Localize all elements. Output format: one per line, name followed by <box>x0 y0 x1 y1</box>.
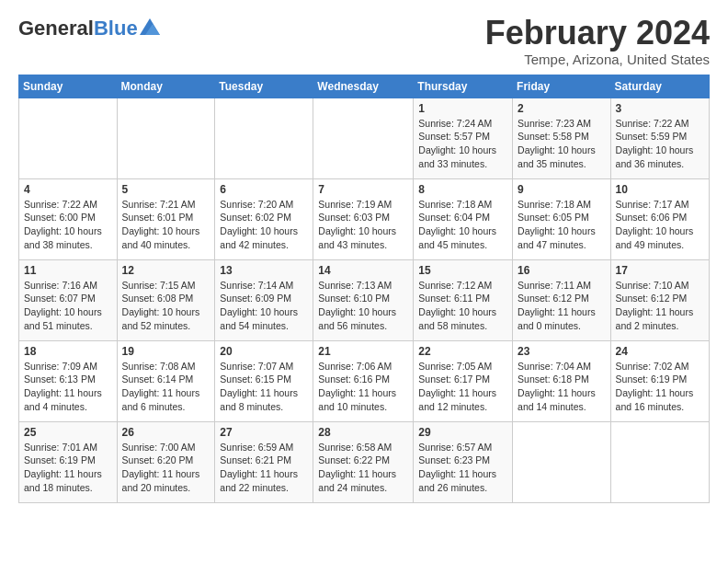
month-title: February 2024 <box>485 15 710 52</box>
header-day-tuesday: Tuesday <box>215 75 313 98</box>
calendar-week-row: 1Sunrise: 7:24 AM Sunset: 5:57 PM Daylig… <box>19 98 710 178</box>
header: GeneralBlue February 2024 Tempe, Arizona… <box>18 15 710 67</box>
logo-text: GeneralBlue <box>18 18 138 39</box>
calendar-cell: 22Sunrise: 7:05 AM Sunset: 6:17 PM Dayli… <box>414 340 513 421</box>
day-info: Sunrise: 7:05 AM Sunset: 6:17 PM Dayligh… <box>418 360 507 414</box>
day-number: 27 <box>220 426 308 439</box>
day-info: Sunrise: 6:59 AM Sunset: 6:21 PM Dayligh… <box>220 441 308 495</box>
day-number: 12 <box>122 264 210 277</box>
day-info: Sunrise: 7:09 AM Sunset: 6:13 PM Dayligh… <box>24 360 112 414</box>
day-info: Sunrise: 6:58 AM Sunset: 6:22 PM Dayligh… <box>318 441 408 495</box>
day-info: Sunrise: 7:08 AM Sunset: 6:14 PM Dayligh… <box>122 360 210 414</box>
header-day-sunday: Sunday <box>19 75 118 98</box>
calendar-cell: 17Sunrise: 7:10 AM Sunset: 6:12 PM Dayli… <box>610 259 709 340</box>
day-number: 18 <box>24 345 112 358</box>
calendar-table: SundayMondayTuesdayWednesdayThursdayFrid… <box>18 75 710 503</box>
day-info: Sunrise: 7:12 AM Sunset: 6:11 PM Dayligh… <box>418 279 507 333</box>
day-number: 16 <box>518 264 606 277</box>
day-number: 21 <box>318 345 408 358</box>
calendar-cell: 23Sunrise: 7:04 AM Sunset: 6:18 PM Dayli… <box>513 340 611 421</box>
day-info: Sunrise: 7:00 AM Sunset: 6:20 PM Dayligh… <box>122 441 210 495</box>
calendar-week-row: 11Sunrise: 7:16 AM Sunset: 6:07 PM Dayli… <box>19 259 710 340</box>
day-info: Sunrise: 7:04 AM Sunset: 6:18 PM Dayligh… <box>518 360 606 414</box>
calendar-cell: 19Sunrise: 7:08 AM Sunset: 6:14 PM Dayli… <box>117 340 215 421</box>
header-day-monday: Monday <box>117 75 215 98</box>
day-info: Sunrise: 7:06 AM Sunset: 6:16 PM Dayligh… <box>318 360 408 414</box>
calendar-cell: 13Sunrise: 7:14 AM Sunset: 6:09 PM Dayli… <box>215 259 313 340</box>
day-number: 4 <box>24 183 112 196</box>
calendar-cell: 16Sunrise: 7:11 AM Sunset: 6:12 PM Dayli… <box>513 259 611 340</box>
calendar-cell: 26Sunrise: 7:00 AM Sunset: 6:20 PM Dayli… <box>117 421 215 502</box>
calendar-week-row: 25Sunrise: 7:01 AM Sunset: 6:19 PM Dayli… <box>19 421 710 502</box>
calendar-cell: 8Sunrise: 7:18 AM Sunset: 6:04 PM Daylig… <box>414 178 513 259</box>
calendar-cell <box>19 98 118 178</box>
calendar-cell: 5Sunrise: 7:21 AM Sunset: 6:01 PM Daylig… <box>117 178 215 259</box>
calendar-cell: 2Sunrise: 7:23 AM Sunset: 5:58 PM Daylig… <box>513 98 611 178</box>
day-number: 1 <box>418 102 507 115</box>
day-info: Sunrise: 7:22 AM Sunset: 5:59 PM Dayligh… <box>616 117 704 171</box>
logo: GeneralBlue <box>18 18 160 39</box>
logo-icon <box>140 18 160 35</box>
calendar-cell <box>610 421 709 502</box>
day-number: 8 <box>418 183 507 196</box>
calendar-cell: 21Sunrise: 7:06 AM Sunset: 6:16 PM Dayli… <box>313 340 414 421</box>
day-number: 28 <box>318 426 408 439</box>
calendar-cell: 11Sunrise: 7:16 AM Sunset: 6:07 PM Dayli… <box>19 259 118 340</box>
day-info: Sunrise: 7:15 AM Sunset: 6:08 PM Dayligh… <box>122 279 210 333</box>
day-number: 29 <box>418 426 507 439</box>
day-info: Sunrise: 7:18 AM Sunset: 6:04 PM Dayligh… <box>418 198 507 252</box>
day-number: 9 <box>518 183 606 196</box>
calendar-cell: 28Sunrise: 6:58 AM Sunset: 6:22 PM Dayli… <box>313 421 414 502</box>
day-info: Sunrise: 7:21 AM Sunset: 6:01 PM Dayligh… <box>122 198 210 252</box>
day-number: 13 <box>220 264 308 277</box>
calendar-cell: 9Sunrise: 7:18 AM Sunset: 6:05 PM Daylig… <box>513 178 611 259</box>
header-day-friday: Friday <box>513 75 611 98</box>
calendar-cell <box>313 98 414 178</box>
day-info: Sunrise: 7:24 AM Sunset: 5:57 PM Dayligh… <box>418 117 507 171</box>
day-number: 22 <box>418 345 507 358</box>
day-info: Sunrise: 7:18 AM Sunset: 6:05 PM Dayligh… <box>518 198 606 252</box>
calendar-cell: 12Sunrise: 7:15 AM Sunset: 6:08 PM Dayli… <box>117 259 215 340</box>
day-info: Sunrise: 7:11 AM Sunset: 6:12 PM Dayligh… <box>518 279 606 333</box>
calendar-cell <box>215 98 313 178</box>
day-info: Sunrise: 7:22 AM Sunset: 6:00 PM Dayligh… <box>24 198 112 252</box>
day-number: 17 <box>616 264 704 277</box>
location-title: Tempe, Arizona, United States <box>485 52 710 67</box>
calendar-cell: 4Sunrise: 7:22 AM Sunset: 6:00 PM Daylig… <box>19 178 118 259</box>
day-number: 14 <box>318 264 408 277</box>
title-area: February 2024 Tempe, Arizona, United Sta… <box>485 15 710 67</box>
day-info: Sunrise: 7:17 AM Sunset: 6:06 PM Dayligh… <box>616 198 704 252</box>
calendar-cell: 6Sunrise: 7:20 AM Sunset: 6:02 PM Daylig… <box>215 178 313 259</box>
day-number: 15 <box>418 264 507 277</box>
calendar-cell: 20Sunrise: 7:07 AM Sunset: 6:15 PM Dayli… <box>215 340 313 421</box>
day-info: Sunrise: 6:57 AM Sunset: 6:23 PM Dayligh… <box>418 441 507 495</box>
logo-general: General <box>18 17 94 40</box>
calendar-cell: 3Sunrise: 7:22 AM Sunset: 5:59 PM Daylig… <box>610 98 709 178</box>
calendar-header-row: SundayMondayTuesdayWednesdayThursdayFrid… <box>19 75 710 98</box>
day-info: Sunrise: 7:02 AM Sunset: 6:19 PM Dayligh… <box>616 360 704 414</box>
calendar-cell: 25Sunrise: 7:01 AM Sunset: 6:19 PM Dayli… <box>19 421 118 502</box>
day-number: 10 <box>616 183 704 196</box>
calendar-cell: 15Sunrise: 7:12 AM Sunset: 6:11 PM Dayli… <box>414 259 513 340</box>
logo-blue: Blue <box>94 17 138 40</box>
day-info: Sunrise: 7:16 AM Sunset: 6:07 PM Dayligh… <box>24 279 112 333</box>
header-day-thursday: Thursday <box>414 75 513 98</box>
calendar-cell: 24Sunrise: 7:02 AM Sunset: 6:19 PM Dayli… <box>610 340 709 421</box>
day-number: 19 <box>122 345 210 358</box>
calendar-cell: 18Sunrise: 7:09 AM Sunset: 6:13 PM Dayli… <box>19 340 118 421</box>
header-day-saturday: Saturday <box>610 75 709 98</box>
calendar-cell: 14Sunrise: 7:13 AM Sunset: 6:10 PM Dayli… <box>313 259 414 340</box>
header-day-wednesday: Wednesday <box>313 75 414 98</box>
day-info: Sunrise: 7:23 AM Sunset: 5:58 PM Dayligh… <box>518 117 606 171</box>
day-number: 20 <box>220 345 308 358</box>
day-info: Sunrise: 7:14 AM Sunset: 6:09 PM Dayligh… <box>220 279 308 333</box>
day-number: 6 <box>220 183 308 196</box>
calendar-cell: 29Sunrise: 6:57 AM Sunset: 6:23 PM Dayli… <box>414 421 513 502</box>
calendar-cell <box>117 98 215 178</box>
day-number: 24 <box>616 345 704 358</box>
day-info: Sunrise: 7:10 AM Sunset: 6:12 PM Dayligh… <box>616 279 704 333</box>
day-info: Sunrise: 7:13 AM Sunset: 6:10 PM Dayligh… <box>318 279 408 333</box>
day-number: 25 <box>24 426 112 439</box>
day-number: 23 <box>518 345 606 358</box>
day-number: 3 <box>616 102 704 115</box>
